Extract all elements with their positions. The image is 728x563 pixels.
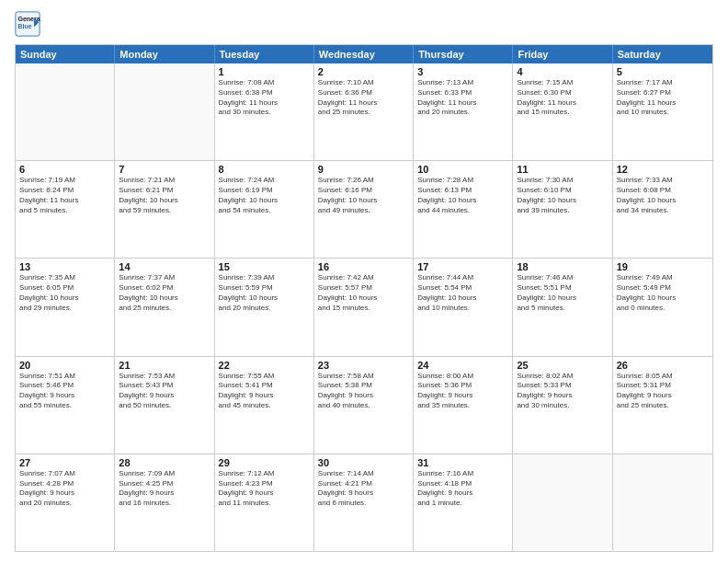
cell-line: Sunrise: 7:10 AM	[318, 78, 409, 88]
cell-line: Sunrise: 8:02 AM	[517, 372, 608, 382]
logo: General Blue	[15, 11, 44, 37]
calendar-row: 1Sunrise: 7:08 AMSunset: 6:38 PMDaylight…	[16, 63, 712, 160]
cell-line: and 20 minutes.	[219, 304, 310, 314]
day-number: 2	[318, 66, 409, 77]
cell-line: Daylight: 9 hours	[19, 488, 110, 499]
day-number: 22	[219, 360, 310, 371]
cell-line: Daylight: 9 hours	[219, 488, 310, 499]
cell-line: Sunrise: 7:13 AM	[417, 78, 508, 88]
cell-line: and 6 minutes.	[318, 499, 409, 509]
day-number: 14	[119, 261, 210, 272]
calendar-cell: 20Sunrise: 7:51 AMSunset: 5:46 PMDayligh…	[16, 357, 115, 454]
cell-line: Sunset: 6:36 PM	[318, 88, 409, 98]
cell-line: Daylight: 11 hours	[19, 196, 110, 206]
day-number: 30	[318, 457, 409, 468]
cell-line: and 25 minutes.	[617, 401, 709, 411]
day-number: 17	[417, 261, 508, 272]
cell-line: Sunset: 6:08 PM	[617, 186, 709, 196]
calendar-header: SundayMondayTuesdayWednesdayThursdayFrid…	[16, 45, 712, 63]
calendar-cell: 30Sunrise: 7:14 AMSunset: 4:21 PMDayligh…	[314, 454, 414, 551]
day-number: 26	[617, 360, 709, 371]
day-number: 31	[417, 457, 508, 468]
cell-line: Sunrise: 7:12 AM	[219, 469, 310, 479]
cell-line: and 29 minutes.	[19, 304, 110, 314]
cell-line: Daylight: 10 hours	[19, 293, 110, 304]
day-number: 11	[517, 164, 608, 175]
cell-line: Sunrise: 7:39 AM	[219, 273, 310, 283]
cell-line: Daylight: 10 hours	[417, 196, 508, 206]
cell-line: Sunrise: 7:46 AM	[517, 273, 608, 283]
cell-line: Sunset: 5:57 PM	[318, 283, 409, 293]
cell-line: and 0 minutes.	[617, 304, 709, 314]
calendar-cell: 14Sunrise: 7:37 AMSunset: 6:02 PMDayligh…	[115, 259, 214, 355]
cell-line: Daylight: 11 hours	[318, 98, 409, 109]
cell-line: and 44 minutes.	[417, 206, 508, 216]
cell-line: Daylight: 11 hours	[219, 98, 310, 109]
calendar-cell: 12Sunrise: 7:33 AMSunset: 6:08 PMDayligh…	[613, 161, 712, 258]
calendar-cell: 11Sunrise: 7:30 AMSunset: 6:10 PMDayligh…	[513, 161, 612, 258]
cell-line: Daylight: 9 hours	[617, 391, 709, 401]
cell-line: Sunrise: 7:44 AM	[417, 273, 508, 283]
cell-line: Daylight: 9 hours	[318, 488, 409, 499]
cell-line: and 40 minutes.	[318, 401, 409, 411]
cell-line: and 39 minutes.	[517, 206, 608, 216]
cell-line: Sunset: 5:31 PM	[617, 381, 709, 391]
cell-line: Sunset: 6:38 PM	[219, 88, 310, 98]
cell-line: Daylight: 11 hours	[417, 98, 508, 109]
cell-line: Sunset: 6:10 PM	[517, 186, 608, 196]
header-day: Saturday	[613, 45, 712, 63]
cell-line: Sunrise: 7:58 AM	[318, 372, 409, 382]
cell-line: Sunset: 5:59 PM	[219, 283, 310, 293]
day-number: 13	[19, 261, 110, 272]
cell-line: Sunset: 5:41 PM	[219, 381, 310, 391]
header-day: Wednesday	[314, 45, 414, 63]
cell-line: Sunrise: 7:24 AM	[219, 176, 310, 186]
cell-line: and 5 minutes.	[517, 304, 608, 314]
cell-line: Sunrise: 7:14 AM	[318, 469, 409, 479]
day-number: 16	[318, 261, 409, 272]
cell-line: and 45 minutes.	[219, 401, 310, 411]
cell-line: Sunset: 4:23 PM	[219, 479, 310, 489]
calendar-row: 20Sunrise: 7:51 AMSunset: 5:46 PMDayligh…	[16, 356, 712, 454]
cell-line: Sunset: 5:51 PM	[517, 283, 608, 293]
cell-line: Sunset: 5:33 PM	[517, 381, 608, 391]
calendar-cell: 8Sunrise: 7:24 AMSunset: 6:19 PMDaylight…	[215, 161, 314, 258]
calendar-row: 27Sunrise: 7:07 AMSunset: 4:28 PMDayligh…	[16, 454, 712, 551]
cell-line: Sunset: 6:21 PM	[119, 186, 210, 196]
header: General Blue	[15, 11, 713, 37]
cell-line: Sunset: 4:21 PM	[318, 479, 409, 489]
cell-line: Sunset: 6:33 PM	[417, 88, 508, 98]
cell-line: Sunset: 6:19 PM	[219, 186, 310, 196]
calendar-cell: 4Sunrise: 7:15 AMSunset: 6:30 PMDaylight…	[513, 63, 612, 160]
cell-line: Sunrise: 7:42 AM	[318, 273, 409, 283]
cell-line: Sunset: 4:25 PM	[119, 479, 210, 489]
day-number: 18	[517, 261, 608, 272]
calendar-cell	[513, 454, 612, 551]
cell-line: Daylight: 10 hours	[119, 196, 210, 206]
cell-line: and 5 minutes.	[19, 206, 110, 216]
header-day: Friday	[513, 45, 612, 63]
page: General Blue SundayMondayTuesdayWednesda…	[0, 0, 728, 563]
day-number: 15	[219, 261, 310, 272]
day-number: 1	[219, 66, 310, 77]
calendar-cell: 25Sunrise: 8:02 AMSunset: 5:33 PMDayligh…	[513, 357, 612, 454]
cell-line: Daylight: 11 hours	[617, 98, 709, 109]
day-number: 12	[617, 164, 709, 175]
cell-line: Sunrise: 7:33 AM	[617, 176, 709, 186]
calendar-row: 6Sunrise: 7:19 AMSunset: 6:24 PMDaylight…	[16, 160, 712, 258]
calendar-cell: 3Sunrise: 7:13 AMSunset: 6:33 PMDaylight…	[414, 63, 513, 160]
day-number: 7	[119, 164, 210, 175]
cell-line: Daylight: 9 hours	[19, 391, 110, 401]
cell-line: Sunrise: 7:07 AM	[19, 469, 110, 479]
cell-line: Daylight: 9 hours	[119, 488, 210, 499]
day-number: 8	[219, 164, 310, 175]
cell-line: Sunset: 6:30 PM	[517, 88, 608, 98]
cell-line: Sunrise: 7:51 AM	[19, 372, 110, 382]
day-number: 10	[417, 164, 508, 175]
calendar-cell: 2Sunrise: 7:10 AMSunset: 6:36 PMDaylight…	[314, 63, 414, 160]
cell-line: Sunset: 5:36 PM	[417, 381, 508, 391]
day-number: 28	[119, 457, 210, 468]
cell-line: and 59 minutes.	[119, 206, 210, 216]
day-number: 5	[617, 66, 709, 77]
cell-line: Sunrise: 7:15 AM	[517, 78, 608, 88]
